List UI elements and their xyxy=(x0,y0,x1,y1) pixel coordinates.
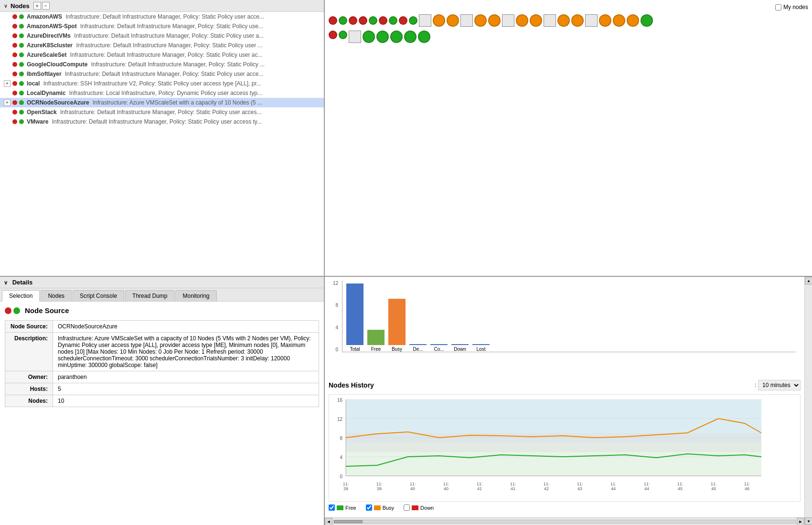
node-icon[interactable] xyxy=(339,16,347,25)
status-icon xyxy=(12,52,25,57)
nodes-section-toggle[interactable]: ∨ xyxy=(4,3,8,9)
my-nodes-label[interactable]: My nodes xyxy=(775,4,808,10)
tab-selection[interactable]: Selection xyxy=(2,290,40,302)
node-icon[interactable] xyxy=(339,31,347,39)
node-icon[interactable] xyxy=(409,16,417,25)
node-icon[interactable] xyxy=(363,31,375,43)
nodes-add-btn[interactable]: + xyxy=(33,2,41,10)
node-icon-square[interactable] xyxy=(460,14,473,27)
nodes-panel-header: ∨ Nodes + − xyxy=(0,0,324,12)
time-select-dropdown[interactable]: 10 minutes 30 minutes 1 hour 6 hours xyxy=(758,380,801,390)
node-icon[interactable] xyxy=(359,16,367,25)
x-label: 11: xyxy=(577,482,583,486)
bar-de xyxy=(409,344,427,345)
node-icon[interactable] xyxy=(557,14,570,27)
node-icon[interactable] xyxy=(329,16,337,25)
node-icon-square[interactable] xyxy=(419,14,431,27)
node-icon[interactable] xyxy=(488,14,501,27)
node-icon[interactable] xyxy=(349,16,357,25)
node-icon[interactable] xyxy=(447,14,459,27)
node-expand-toggle[interactable]: + xyxy=(4,80,11,87)
node-icon[interactable] xyxy=(376,31,389,43)
node-icon-square[interactable] xyxy=(502,14,514,27)
node-icon[interactable] xyxy=(329,31,337,39)
node-name: OCRNodeSourceAzure xyxy=(27,99,89,106)
list-item[interactable]: + local Infrastructure: SSH Infrastructu… xyxy=(0,79,324,88)
node-icon-square[interactable] xyxy=(349,31,361,43)
list-item[interactable]: AmazonAWS Infrastructure: Default Infras… xyxy=(0,12,324,21)
node-icon[interactable] xyxy=(433,14,445,27)
x-label: 11: xyxy=(376,482,383,486)
tab-monitoring[interactable]: Monitoring xyxy=(175,290,216,301)
list-item-selected[interactable]: + OCRNodeSourceAzure Infrastructure: Azu… xyxy=(0,98,324,107)
my-nodes-checkbox[interactable] xyxy=(775,4,781,10)
list-item[interactable]: AzureK8Scluster Infrastructure: Default … xyxy=(0,41,324,50)
legend-checkbox-free[interactable] xyxy=(329,504,335,511)
bar-group-busy: Busy xyxy=(388,299,406,352)
tab-script-console[interactable]: Script Console xyxy=(73,290,124,301)
node-icon[interactable] xyxy=(530,14,542,27)
table-row: Nodes: 10 xyxy=(5,395,319,407)
scroll-up-btn[interactable]: ▲ xyxy=(805,277,812,284)
node-icon[interactable] xyxy=(390,31,403,43)
list-item[interactable]: VMware Infrastructure: Default Infrastru… xyxy=(0,117,324,126)
legend-checkbox-down[interactable] xyxy=(404,504,410,511)
list-item[interactable]: GoogleCloudCompute Infrastructure: Defau… xyxy=(0,60,324,69)
node-icon[interactable] xyxy=(516,14,528,27)
node-icon[interactable] xyxy=(599,14,611,27)
list-item[interactable]: IbmSoftlayer Infrastructure: Default Inf… xyxy=(0,69,324,79)
legend-label-busy: Busy xyxy=(383,505,394,511)
node-icon[interactable] xyxy=(379,16,387,25)
scroll-down-btn[interactable]: ▼ xyxy=(805,517,812,525)
legend-checkbox-busy[interactable] xyxy=(366,504,372,511)
scroll-thumb[interactable] xyxy=(334,520,363,523)
node-desc: Infrastructure: Azure VMScaleSet with a … xyxy=(91,99,262,106)
y-label: 8 xyxy=(340,436,342,441)
x-label: 46 xyxy=(745,486,749,491)
dot-red xyxy=(12,72,17,76)
tab-nodes[interactable]: Nodes xyxy=(41,290,72,301)
dot-red xyxy=(12,24,17,29)
dot-green xyxy=(19,110,24,115)
node-icon[interactable] xyxy=(399,16,407,25)
node-icon[interactable] xyxy=(627,14,639,27)
x-label: 39 xyxy=(343,486,348,491)
bar-group-co: Co... xyxy=(430,344,448,352)
node-icon[interactable] xyxy=(641,14,653,27)
dot-red xyxy=(12,91,17,95)
scroll-track-vertical[interactable] xyxy=(805,284,812,517)
list-item[interactable]: LocalDynamic Infrastructure: Local Infra… xyxy=(0,88,324,98)
scroll-left-btn[interactable]: ◄ xyxy=(325,518,332,525)
node-desc: Infrastructure: Default Infrastructure M… xyxy=(50,118,262,125)
dot-green xyxy=(19,81,24,86)
bar-label: Co... xyxy=(434,346,444,352)
details-section-toggle[interactable]: ∨ xyxy=(4,280,8,285)
dot-green xyxy=(19,72,24,76)
node-icon-square[interactable] xyxy=(544,14,556,27)
list-item[interactable]: AzureDirectVMs Infrastructure: Default I… xyxy=(0,31,324,41)
bar-chart-container: 12 8 4 0 Total xyxy=(329,281,801,376)
y-label: 8 xyxy=(329,303,338,308)
node-icon[interactable] xyxy=(474,14,487,27)
nodes-remove-btn[interactable]: − xyxy=(42,2,50,10)
line-chart-svg: 16 12 8 4 0 xyxy=(329,395,769,500)
node-expand-toggle[interactable]: + xyxy=(4,99,11,106)
node-icon-square[interactable] xyxy=(585,14,598,27)
list-item[interactable]: AzureScaleSet Infrastructure: Default In… xyxy=(0,50,324,60)
list-item[interactable]: OpenStack Infrastructure: Default Infras… xyxy=(0,107,324,117)
scroll-right-btn[interactable]: ► xyxy=(797,518,804,525)
field-value-owner: paranthoen xyxy=(53,371,319,383)
node-name: LocalDynamic xyxy=(27,90,65,96)
tab-thread-dump[interactable]: Thread Dump xyxy=(125,290,174,301)
y-label: 16 xyxy=(337,398,343,403)
scroll-track[interactable] xyxy=(333,520,796,524)
bar-co xyxy=(430,344,448,345)
node-icon[interactable] xyxy=(389,16,397,25)
node-icon[interactable] xyxy=(418,31,430,43)
node-icon[interactable] xyxy=(613,14,625,27)
bar-group-free: Free xyxy=(367,330,385,352)
node-icon[interactable] xyxy=(404,31,417,43)
node-icon[interactable] xyxy=(369,16,377,25)
list-item[interactable]: AmazonAWS-Spot Infrastructure: Default I… xyxy=(0,21,324,31)
node-icon[interactable] xyxy=(571,14,584,27)
